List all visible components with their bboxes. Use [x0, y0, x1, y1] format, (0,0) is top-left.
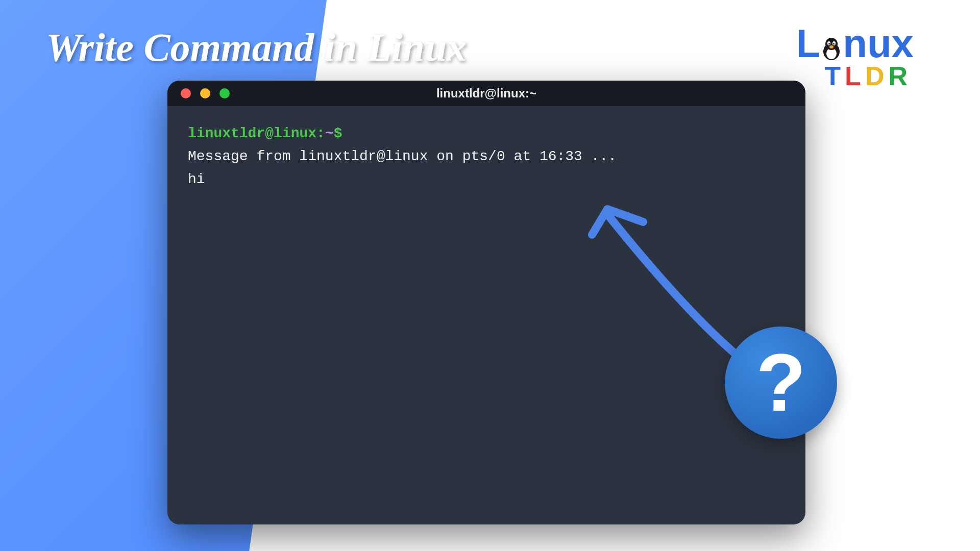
terminal-title: linuxtldr@linux:~	[167, 86, 805, 101]
prompt-path: ~	[325, 126, 334, 141]
prompt-line: linuxtldr@linux:~$	[188, 122, 785, 145]
penguin-icon	[819, 36, 844, 61]
logo-letter-l: L	[796, 20, 821, 67]
svg-point-7	[829, 45, 834, 48]
terminal-window: linuxtldr@linux:~ linuxtldr@linux:~$ Mes…	[167, 81, 805, 524]
prompt-dollar: $	[334, 126, 342, 141]
logo-tldr-r: R	[888, 61, 912, 91]
terminal-output-message: Message from linuxtldr@linux on pts/0 at…	[188, 145, 785, 168]
logo-tldr-l: L	[845, 61, 865, 91]
page-title: Write Command in Linux	[46, 24, 467, 70]
terminal-titlebar: linuxtldr@linux:~	[167, 81, 805, 106]
window-controls	[181, 88, 230, 98]
prompt-user: linuxtldr@linux	[188, 126, 316, 141]
prompt-colon: :	[316, 126, 325, 141]
logo-tldr-d: D	[865, 61, 889, 91]
svg-point-5	[828, 43, 830, 45]
terminal-body[interactable]: linuxtldr@linux:~$ Message from linuxtld…	[167, 106, 805, 207]
logo-main-text: L nux	[796, 20, 914, 67]
question-mark-icon: ?	[725, 327, 837, 439]
logo-letters-nux: nux	[843, 20, 914, 67]
question-mark-symbol: ?	[756, 336, 806, 430]
close-button[interactable]	[181, 88, 191, 98]
svg-point-6	[833, 43, 835, 45]
minimize-button[interactable]	[200, 88, 210, 98]
brand-logo: L nux TLDR	[796, 20, 914, 91]
logo-tldr-t: T	[824, 61, 845, 91]
terminal-output-hi: hi	[188, 168, 785, 191]
maximize-button[interactable]	[219, 88, 230, 98]
